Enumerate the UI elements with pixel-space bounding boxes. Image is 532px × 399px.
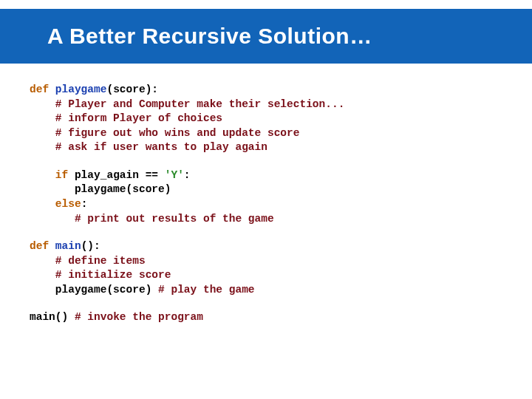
func-name: main [49,240,81,252]
code-text: : [184,169,191,181]
func-name: playgame [49,83,106,95]
code-line-12: # initialize score [30,268,532,283]
code-line-6: if play_again == 'Y': [30,168,532,183]
code-text: playgame(score) [30,284,158,296]
comment: # invoke the program [75,311,203,323]
code-line-4: # figure out who wins and update score [30,126,532,141]
code-text: : [81,198,88,210]
keyword-def: def [30,83,49,95]
code-text: (score): [106,83,158,95]
code-line-2: # Player and Computer make their selecti… [30,98,532,112]
code-line-10: def main(): [30,239,532,254]
blank-line [30,297,532,310]
code-text: (): [81,240,100,252]
code-line-11: # define items [30,254,532,269]
code-block: def playgame(score): # Player and Comput… [0,64,532,325]
string-literal: 'Y' [165,169,184,181]
code-line-3: # inform Player of choices [30,112,532,126]
code-line-1: def playgame(score): [30,83,532,98]
code-line-14: main() # invoke the program [30,310,532,325]
code-line-13: playgame(score) # play the game [30,283,532,298]
title-bar: A Better Recursive Solution… [0,9,532,64]
code-line-5: # ask if user wants to play again [30,140,532,155]
code-text: play_again == [68,169,165,181]
code-text: main() [30,311,75,323]
slide-title: A Better Recursive Solution… [47,24,532,49]
comment: # play the game [158,284,255,296]
blank-line [30,226,532,239]
keyword-else: else [30,198,81,210]
code-line-7: playgame(score) [30,183,532,197]
code-line-9: # print out results of the game [30,212,532,227]
code-line-8: else: [30,197,532,212]
keyword-def: def [30,240,49,252]
keyword-if: if [30,169,68,181]
blank-line [30,155,532,168]
